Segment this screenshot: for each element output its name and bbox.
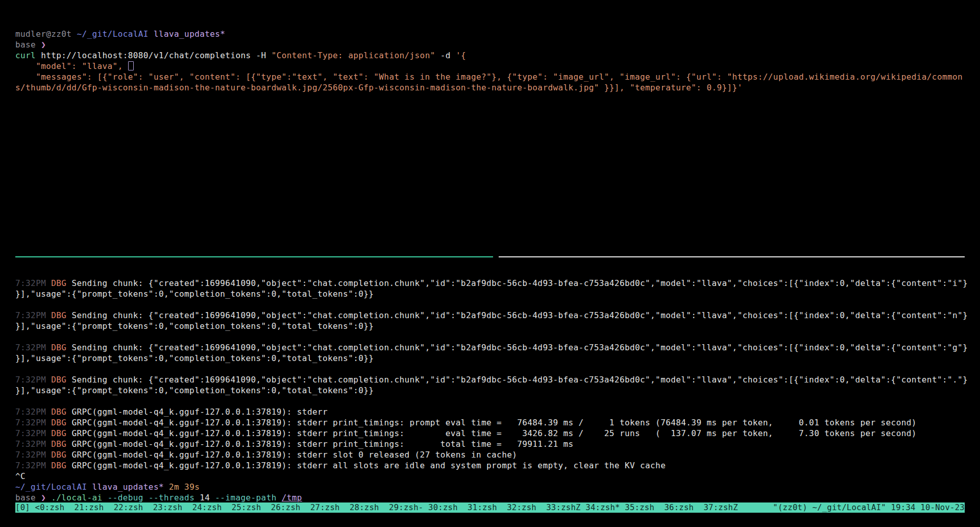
log-grpc-stderr: 7:32PM DBG GRPC(ggml-model-q4_k.gguf-127… bbox=[15, 406, 965, 417]
terminal-output: mudler@zz0t ~/_git/LocalAI llava_updates… bbox=[15, 29, 965, 503]
log-chunk-1a: 7:32PM DBG Sending chunk: {"created":169… bbox=[15, 278, 965, 289]
terminal-text-segment: GRPC(ggml-model-q4_k.gguf-127.0.0.1:3781… bbox=[71, 450, 517, 460]
terminal-text-segment: 7:32PM bbox=[15, 428, 51, 438]
terminal-text-segment: GRPC(ggml-model-q4_k.gguf-127.0.0.1:3781… bbox=[71, 461, 666, 470]
blank-line bbox=[15, 93, 965, 104]
terminal-text-segment: Sending chunk: {"created":1699641090,"ob… bbox=[71, 375, 968, 385]
terminal-text-segment: -H bbox=[256, 51, 272, 60]
terminal-text-segment: '{ bbox=[456, 51, 466, 60]
terminal-text-segment: base bbox=[15, 40, 41, 50]
blank-line bbox=[15, 232, 965, 243]
terminal-text-segment: llava_updates* bbox=[87, 482, 164, 492]
terminal-text-segment: base bbox=[15, 493, 41, 502]
terminal-text-segment: --image-path bbox=[215, 493, 281, 502]
log-grpc-eval: 7:32PM DBG GRPC(ggml-model-q4_k.gguf-127… bbox=[15, 428, 965, 439]
terminal-text-segment: GRPC(ggml-model-q4_k.gguf-127.0.0.1:3781… bbox=[71, 407, 333, 417]
terminal-text-segment: --debug --threads bbox=[108, 493, 200, 502]
terminal-text-segment: curl bbox=[15, 51, 41, 60]
blank-line bbox=[15, 364, 965, 374]
prompt-user-host: mudler@zz0t ~/_git/LocalAI llava_updates… bbox=[15, 29, 965, 39]
terminal-text-segment: GRPC(ggml-model-q4_k.gguf-127.0.0.1:3781… bbox=[71, 428, 916, 438]
terminal-text-segment: ~/_git/LocalAI bbox=[77, 29, 148, 39]
log-chunk-1b: }],"usage":{"prompt_tokens":0,"completio… bbox=[15, 289, 965, 299]
log-grpc-prompt-eval: 7:32PM DBG GRPC(ggml-model-q4_k.gguf-127… bbox=[15, 417, 965, 428]
terminal-text-segment: mudler@zz0t bbox=[15, 29, 77, 39]
terminal-text-segment: DBG bbox=[51, 461, 71, 470]
curl-json-url-wrap: s/thumb/d/dd/Gfp-wisconsin-madison-the-n… bbox=[15, 82, 965, 93]
terminal-text-segment: DBG bbox=[51, 310, 71, 320]
log-grpc-slot-released: 7:32PM DBG GRPC(ggml-model-q4_k.gguf-127… bbox=[15, 449, 965, 460]
terminal-text-segment: Sending chunk: {"created":1699641090,"ob… bbox=[71, 343, 968, 352]
terminal-text-segment: DBG bbox=[51, 407, 71, 417]
blank-line bbox=[15, 114, 965, 125]
terminal-text-segment: ./local-ai bbox=[51, 493, 107, 502]
terminal-text-segment: DBG bbox=[51, 375, 71, 385]
terminal-text-segment: 14 bbox=[200, 493, 215, 502]
terminal-text-segment: DBG bbox=[51, 439, 71, 449]
pane-divider-right bbox=[499, 256, 965, 257]
blank-line bbox=[15, 331, 965, 342]
terminal-text-segment: 7:32PM bbox=[15, 375, 51, 385]
tmux-status-right: "(zz0t) ~/_git/LocalAI" 19:34 10-Nov-23 bbox=[773, 503, 965, 512]
log-grpc-slots-idle: 7:32PM DBG GRPC(ggml-model-q4_k.gguf-127… bbox=[15, 460, 965, 471]
terminal-text-segment: ❯ bbox=[41, 493, 51, 502]
blank-line bbox=[15, 222, 965, 232]
blank-line bbox=[15, 299, 965, 310]
terminal-text-segment: 7:32PM bbox=[15, 310, 51, 320]
terminal-text-segment: }],"usage":{"prompt_tokens":0,"completio… bbox=[15, 321, 374, 331]
terminal-text-segment: }],"usage":{"prompt_tokens":0,"completio… bbox=[15, 353, 374, 363]
blank-line bbox=[15, 179, 965, 189]
terminal-text-segment: Sending chunk: {"created":1699641090,"ob… bbox=[71, 278, 968, 288]
terminal-screen[interactable]: mudler@zz0t ~/_git/LocalAI llava_updates… bbox=[0, 0, 980, 527]
terminal-text-segment: Sending chunk: {"created":1699641090,"ob… bbox=[71, 310, 968, 320]
curl-json-messages: "messages": [{"role": "user", "content":… bbox=[15, 71, 965, 82]
terminal-text-segment: 7:32PM bbox=[15, 439, 51, 449]
terminal-text-segment: GRPC(ggml-model-q4_k.gguf-127.0.0.1:3781… bbox=[71, 418, 916, 427]
terminal-text-segment: 7:32PM bbox=[15, 343, 51, 352]
log-chunk-3a: 7:32PM DBG Sending chunk: {"created":169… bbox=[15, 342, 965, 353]
terminal-text-segment: DBG bbox=[51, 428, 71, 438]
sigint-line: ^C bbox=[15, 471, 965, 482]
terminal-text-segment: "model": "llava", bbox=[15, 61, 128, 71]
blank-line bbox=[15, 189, 965, 200]
terminal-text-segment: http://localhost:8080/v1/chat/completion… bbox=[41, 51, 256, 60]
terminal-text-segment: }],"usage":{"prompt_tokens":0,"completio… bbox=[15, 386, 374, 395]
blank-line bbox=[15, 267, 965, 278]
terminal-text-segment: llava_updates* bbox=[149, 29, 226, 39]
log-chunk-2b: }],"usage":{"prompt_tokens":0,"completio… bbox=[15, 321, 965, 331]
blank-line bbox=[15, 211, 965, 222]
tmux-window-list[interactable]: [0] <0:zsh 21:zsh 22:zsh 23:zsh 24:zsh 2… bbox=[15, 503, 738, 512]
terminal-text-segment: 7:32PM bbox=[15, 278, 51, 288]
terminal-text-segment: ~/_git/LocalAI bbox=[15, 482, 87, 492]
terminal-text-segment: s/thumb/d/dd/Gfp-wisconsin-madison-the-n… bbox=[15, 83, 743, 92]
pane-divider bbox=[15, 254, 965, 267]
pane-divider-left bbox=[15, 256, 493, 257]
curl-json-model: "model": "llava", bbox=[15, 61, 965, 71]
terminal-text-segment: ^C bbox=[15, 471, 26, 481]
tmux-status-bar: [0] <0:zsh 21:zsh 22:zsh 23:zsh 24:zsh 2… bbox=[15, 502, 965, 513]
terminal-text-segment: DBG bbox=[51, 418, 71, 427]
terminal-text-segment: DBG bbox=[51, 450, 71, 460]
terminal-cursor bbox=[128, 61, 134, 70]
terminal-text-segment: DBG bbox=[51, 278, 71, 288]
blank-line bbox=[15, 125, 965, 136]
terminal-text-segment: ❯ bbox=[41, 40, 46, 50]
prompt-env: base ❯ bbox=[15, 39, 965, 50]
blank-line bbox=[15, 147, 965, 157]
terminal-text-segment: DBG bbox=[51, 343, 71, 352]
terminal-text-segment: 7:32PM bbox=[15, 450, 51, 460]
curl-command: curl http://localhost:8080/v1/chat/compl… bbox=[15, 50, 965, 61]
terminal-text-segment: GRPC(ggml-model-q4_k.gguf-127.0.0.1:3781… bbox=[71, 439, 573, 449]
blank-line bbox=[15, 157, 965, 168]
prompt-dir-elapsed: ~/_git/LocalAI llava_updates* 2m 39s bbox=[15, 482, 965, 492]
terminal-text-segment: /tmp bbox=[282, 493, 302, 502]
blank-line bbox=[15, 104, 965, 114]
terminal-text-segment: 7:32PM bbox=[15, 461, 51, 470]
log-grpc-total: 7:32PM DBG GRPC(ggml-model-q4_k.gguf-127… bbox=[15, 439, 965, 449]
run-command: base ❯ ./local-ai --debug --threads 14 -… bbox=[15, 492, 965, 503]
log-chunk-4b: }],"usage":{"prompt_tokens":0,"completio… bbox=[15, 385, 965, 396]
log-chunk-4a: 7:32PM DBG Sending chunk: {"created":169… bbox=[15, 374, 965, 385]
terminal-text-segment: "messages": [{"role": "user", "content":… bbox=[15, 72, 963, 82]
blank-line bbox=[15, 136, 965, 147]
log-chunk-3b: }],"usage":{"prompt_tokens":0,"completio… bbox=[15, 353, 965, 364]
